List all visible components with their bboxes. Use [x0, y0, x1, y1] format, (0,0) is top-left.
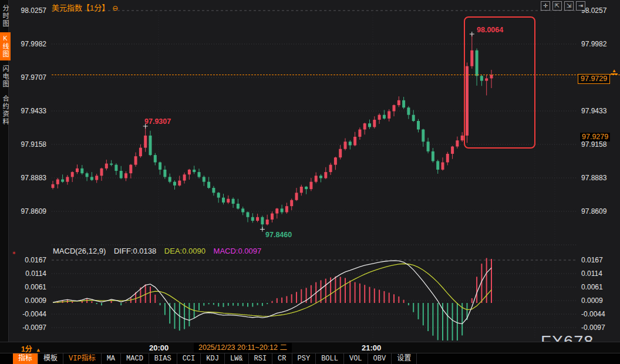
time-tick-left: 20:00 — [149, 343, 169, 352]
candlestick-series — [52, 34, 493, 230]
toolbar-item-template[interactable]: 模板 — [38, 353, 63, 364]
toolbar-item-cci[interactable]: CCI — [177, 353, 201, 364]
crosshair-time-tag: 2025/12/23 20:11~20:12 二 — [194, 343, 292, 353]
timeframe-selector[interactable]: 1分▲ — [21, 343, 41, 353]
macd-panel — [53, 258, 491, 341]
macd-axis-label-right: 0.0061 — [581, 283, 603, 291]
price-axis-label-right: 97.9982 — [581, 40, 606, 48]
macd-params-label: MACD(26,12,9) — [53, 247, 106, 255]
toolbar-item-cr[interactable]: CR — [272, 353, 292, 364]
sidebar-item-kline[interactable]: K线图 — [0, 32, 11, 60]
toolbar-item-obv[interactable]: OBV — [368, 353, 392, 364]
highlight-annotation-box — [464, 16, 535, 149]
macd-bar-value: MACD:0.0097 — [214, 247, 262, 255]
shift-right-icon[interactable]: ⇥ — [576, 1, 585, 11]
time-tick-right: 21:00 — [362, 343, 381, 352]
collapse-icon[interactable]: ⊖ — [112, 4, 118, 12]
timeframe-arrow-icon: ▲ — [36, 347, 41, 353]
trading-app-window: 分时图K线图闪电图合约资料 美元指数【1分】⊖ ✛ ⇱ ⇲ ⇥ 98.02579… — [0, 0, 620, 364]
toolbar-item-psy[interactable]: PSY — [292, 353, 316, 364]
alarm-icon: ✶ — [12, 250, 16, 256]
toolbar-item-settings[interactable]: 设置 — [392, 353, 417, 364]
prev-close-tag: 97.9279 — [580, 133, 610, 141]
toolbar-item-macd[interactable]: MACD — [121, 353, 149, 364]
toolbar-item-kdj[interactable]: KDJ — [201, 353, 225, 364]
price-up-marker-icon: ▲ — [611, 69, 618, 75]
time-axis-row: 1分▲ 20:00 2025/12/23 20:11~20:12 二 21:00 — [0, 342, 620, 353]
pan-tool-icon[interactable]: ✛ — [541, 1, 550, 11]
macd-diff-value: DIFF:0.0138 — [114, 247, 156, 255]
annotation-high-price: 98.0064 — [477, 26, 503, 34]
toolbar-item-rsi[interactable]: RSI — [249, 353, 273, 364]
last-price-tag: 97.9729 — [578, 74, 610, 84]
macd-axis-label-right: 0.0009 — [581, 296, 603, 305]
macd-dea-value: DEA:0.0090 — [164, 247, 205, 255]
macd-axis-label-right: -0.0044 — [581, 310, 605, 318]
macd-axis-label-right: 0.0167 — [581, 256, 603, 264]
toolbar-item-bias[interactable]: BIAS — [149, 353, 177, 364]
toolbar-item-indicator[interactable]: 指标 — [13, 353, 38, 364]
price-axis-label-right: 97.8609 — [581, 207, 606, 215]
zoom-box-icon[interactable]: ⇱ — [552, 1, 562, 11]
symbol-title: 美元指数【1分】 — [52, 4, 109, 12]
price-axis-label-right: 97.9158 — [581, 140, 606, 149]
toolbar-item-vol[interactable]: VOL — [344, 353, 368, 364]
price-axis-label-right: 97.9433 — [581, 107, 606, 115]
price-axis-label-right: 97.8883 — [581, 174, 606, 182]
annotation-low-price: 97.8460 — [265, 231, 292, 239]
indicator-toolbar: 指标模板VIP指标MAMACDBIASCCIKDJLW&RSICRPSYBOLL… — [0, 353, 620, 364]
macd-axis-label-right: 0.0114 — [581, 269, 602, 278]
zoom-axis-icon[interactable]: ⇲ — [564, 1, 574, 11]
chart-type-sidebar: 分时图K线图闪电图合约资料 — [0, 0, 9, 342]
toolbar-item-vip-indicator[interactable]: VIP指标 — [63, 353, 102, 364]
toolbar-item-lwr[interactable]: LW& — [225, 353, 249, 364]
chart-title-row: 美元指数【1分】⊖ — [52, 2, 118, 13]
timeframe-label: 1分 — [21, 345, 32, 353]
sidebar-item-flash[interactable]: 闪电图 — [0, 63, 11, 90]
macd-readout: MACD(26,12,9) DIFF:0.0138 DEA:0.0090 MAC… — [53, 247, 261, 255]
sidebar-item-contract-info[interactable]: 合约资料 — [0, 93, 11, 128]
sidebar-item-time-share[interactable]: 分时图 — [0, 2, 11, 30]
toolbar-item-ma[interactable]: MA — [102, 353, 121, 364]
chart-tools: ✛ ⇱ ⇲ ⇥ — [541, 1, 585, 11]
macd-axis-label-right: -0.0097 — [581, 323, 605, 332]
annotation-peak-price: 97.9307 — [144, 117, 171, 126]
toolbar-item-boll[interactable]: BOLL — [316, 353, 344, 364]
